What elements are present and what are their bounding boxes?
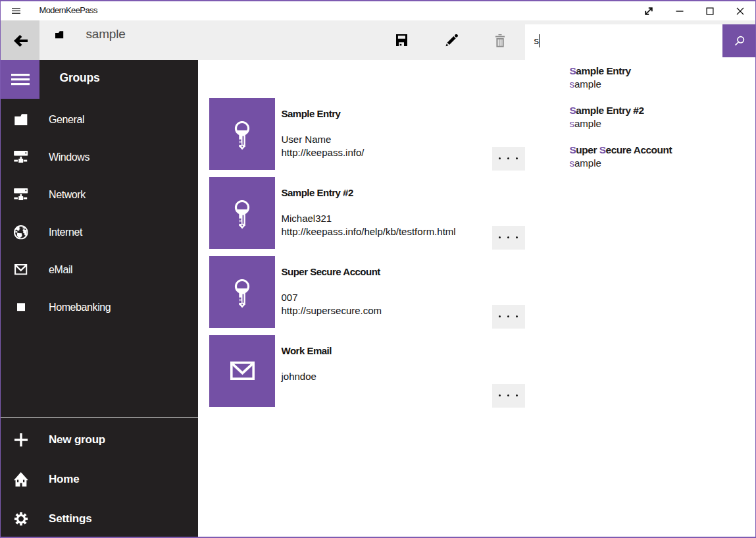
more-dot bbox=[499, 394, 501, 396]
entry-tile[interactable] bbox=[209, 177, 275, 249]
group-title: sample bbox=[86, 26, 126, 42]
suggestion-subtitle: sample bbox=[570, 78, 601, 91]
entry-title: Sample Entry bbox=[282, 107, 341, 121]
sidebar-group-general[interactable]: General bbox=[1, 101, 198, 138]
key-icon bbox=[234, 200, 250, 230]
sidebar-home[interactable]: Home bbox=[1, 460, 198, 499]
globe-icon bbox=[13, 213, 28, 251]
app-window: ModernKeePass sample s Sample Entry samp… bbox=[0, 0, 756, 538]
sidebar-group-email[interactable]: eMail bbox=[1, 251, 198, 288]
suggestion-item[interactable]: Sample Entry #2 sample bbox=[570, 102, 747, 142]
minimize-icon bbox=[676, 7, 684, 15]
entry-more-button[interactable] bbox=[492, 384, 525, 408]
sidebar-group-network[interactable]: Network bbox=[1, 176, 198, 213]
text-caret bbox=[539, 34, 540, 47]
entry-title: Sample Entry #2 bbox=[282, 186, 353, 200]
entry-tile[interactable] bbox=[209, 256, 275, 328]
delete-button[interactable] bbox=[495, 34, 505, 47]
sidebar-group-internet[interactable]: Internet bbox=[1, 213, 198, 251]
square-icon bbox=[13, 288, 28, 326]
minimize-button[interactable] bbox=[665, 1, 695, 20]
entry-tile[interactable] bbox=[209, 335, 275, 407]
more-dot bbox=[499, 236, 501, 238]
sidebar-group-windows[interactable]: Windows bbox=[1, 138, 198, 176]
more-dot bbox=[499, 315, 501, 317]
close-icon bbox=[736, 7, 744, 15]
entry-title: Work Email bbox=[282, 344, 332, 358]
sidebar-separator bbox=[1, 417, 198, 418]
back-button[interactable] bbox=[0, 20, 39, 60]
sidebar: Groups General Windows Network Internet … bbox=[1, 60, 198, 537]
maximize-icon bbox=[706, 7, 714, 15]
folder-icon bbox=[13, 101, 28, 138]
window-border-top bbox=[0, 0, 756, 1]
suggestion-item[interactable]: Sample Entry sample bbox=[570, 63, 747, 102]
entry-title: Super Secure Account bbox=[282, 265, 380, 279]
suggestion-item[interactable]: Super Secure Account sample bbox=[570, 142, 747, 181]
edit-button[interactable] bbox=[445, 34, 458, 47]
entry-more-button[interactable] bbox=[492, 305, 525, 329]
more-dot bbox=[507, 315, 509, 317]
gear-icon bbox=[13, 499, 28, 538]
search-button[interactable] bbox=[722, 24, 755, 57]
more-dot bbox=[499, 157, 501, 159]
drive-icon bbox=[13, 176, 28, 213]
suggestion-subtitle: sample bbox=[570, 157, 601, 170]
maximize-button[interactable] bbox=[695, 1, 725, 20]
fullscreen-icon bbox=[645, 7, 653, 15]
more-dot bbox=[507, 394, 509, 396]
sidebar-hamburger-button[interactable] bbox=[1, 60, 39, 99]
search-input[interactable]: s bbox=[525, 24, 722, 57]
search-icon bbox=[734, 36, 745, 47]
entry-details: Michael321http://keepass.info/help/kb/te… bbox=[282, 212, 456, 238]
entry-row[interactable]: Super Secure Account 007http://supersecu… bbox=[209, 256, 755, 335]
groups-header: Groups bbox=[60, 70, 100, 86]
fullscreen-button[interactable] bbox=[634, 1, 664, 20]
entry-tile[interactable] bbox=[209, 98, 275, 170]
home-icon bbox=[13, 460, 28, 499]
envelope-icon bbox=[230, 362, 255, 380]
save-button[interactable] bbox=[396, 34, 407, 46]
entry-more-button[interactable] bbox=[492, 226, 525, 250]
drive-icon bbox=[13, 138, 28, 176]
key-icon bbox=[234, 279, 250, 309]
window-border-left bbox=[0, 0, 1, 538]
more-dot bbox=[507, 236, 509, 238]
suggestion-subtitle: sample bbox=[570, 117, 601, 130]
suggestion-title: Sample Entry #2 bbox=[570, 104, 644, 117]
suggestion-title: Sample Entry bbox=[570, 65, 631, 78]
title-bar: ModernKeePass bbox=[0, 1, 756, 20]
search-suggestions: Sample Entry sample Sample Entry #2 samp… bbox=[525, 57, 755, 192]
sidebar-group-homebanking[interactable]: Homebanking bbox=[1, 288, 198, 326]
group-folder-icon bbox=[55, 31, 64, 39]
entry-details: 007http://supersecure.com bbox=[282, 291, 382, 317]
plus-icon bbox=[13, 420, 28, 460]
mail-icon bbox=[13, 251, 28, 288]
more-dot bbox=[516, 394, 518, 396]
window-title: ModernKeePass bbox=[39, 5, 97, 16]
sidebar-settings[interactable]: Settings bbox=[1, 499, 198, 538]
entry-details: User Namehttp://keepass.info/ bbox=[282, 133, 365, 159]
entry-details: johndoe bbox=[282, 370, 316, 383]
entry-more-button[interactable] bbox=[492, 147, 525, 171]
titlebar-hamburger-icon[interactable] bbox=[12, 8, 20, 14]
close-button[interactable] bbox=[725, 1, 755, 20]
search-value: s bbox=[534, 34, 540, 47]
key-icon bbox=[234, 121, 250, 151]
more-dot bbox=[516, 236, 518, 238]
more-dot bbox=[516, 315, 518, 317]
back-arrow-icon bbox=[14, 35, 28, 47]
suggestion-title: Super Secure Account bbox=[570, 144, 672, 157]
more-dot bbox=[516, 157, 518, 159]
more-dot bbox=[507, 157, 509, 159]
entry-row[interactable]: Work Email johndoe bbox=[209, 335, 755, 414]
sidebar-new-group[interactable]: New group bbox=[1, 420, 198, 460]
hamburger-icon bbox=[11, 74, 30, 86]
